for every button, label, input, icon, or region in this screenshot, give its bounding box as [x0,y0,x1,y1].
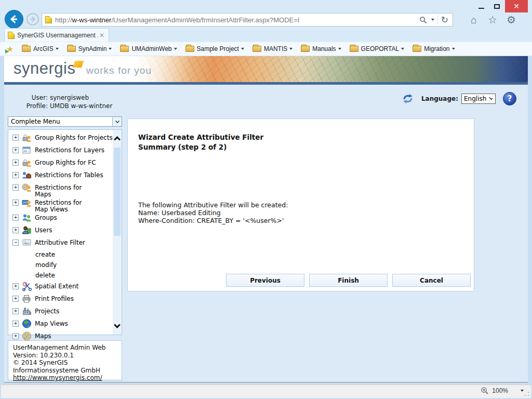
back-button[interactable] [5,10,23,29]
menu-scrollbar[interactable] [113,130,122,335]
print-profiles-icon [22,294,32,304]
sidebar-menu: +Group Rights for Projects+Restrictions … [8,129,122,335]
favorite-folder-arcgis[interactable]: ArcGIS [22,45,59,52]
wizard-summary: The following Attributive Filter will be… [138,201,288,224]
scroll-up-icon[interactable] [114,136,121,143]
favorite-folder-umadminweb[interactable]: UMAdminWeb [120,45,177,52]
menu-item-label: Maps [35,331,51,340]
status-bar: 100% [1,384,531,398]
tab-close-icon[interactable]: ✕ [98,32,105,39]
menu-item-label: Group Rights for Projects [35,132,113,141]
menu-item-label: Spatial Extent [35,281,78,290]
expand-icon[interactable]: + [12,215,19,221]
folder-icon [350,46,358,52]
language-select[interactable]: English [461,94,496,104]
favorite-folder-geoportal[interactable]: GEOPORTAL [350,45,405,52]
user-info: User:synergisweb Profile:UMDB w-ws-wintn… [16,94,112,110]
menu-item-restrictions-for-maps[interactable]: +Restrictions for Maps [11,182,113,197]
close-button[interactable]: ✕ [505,0,528,12]
resize-grip[interactable] [524,391,530,397]
favorite-folder-manuals[interactable]: Manuals [301,45,341,52]
wizard-summary-line: Where-Condition: CREATE_BY = '<%user%>' [138,217,288,224]
collapse-icon[interactable]: − [12,240,19,246]
projects-icon [22,306,32,316]
browser-window: ✕ http://w-ws-wintner/UserManagementAdmi… [0,0,532,399]
zoom-control[interactable]: 100% [481,387,524,395]
browser-tab[interactable]: SynerGIS Usermanagement ... ✕ [4,28,109,42]
menu-mode-select[interactable]: Complete Menu [8,116,122,127]
settings-button[interactable]: ⚙ [504,14,518,26]
expand-icon[interactable]: + [12,227,19,233]
forward-button[interactable] [26,13,39,25]
synergis-logo: synergis [14,59,75,78]
refresh-button[interactable]: ↻ [439,15,450,25]
expand-icon[interactable]: + [12,321,19,327]
tab-page-icon [8,32,15,39]
previous-button[interactable]: Previous [226,274,304,287]
favorite-folder-mantis[interactable]: MANTIS [252,45,292,52]
wizard-buttons: PreviousFinishCancel [226,274,471,287]
favorite-folder-sample-project[interactable]: Sample Project [185,45,244,52]
search-dropdown-caret-icon[interactable] [431,19,434,21]
add-favorite-star-icon[interactable]: ★ [6,44,17,54]
address-bar[interactable]: http://w-ws-wintner/UserManagementAdminW… [42,13,453,26]
menu-item-groups[interactable]: +Groups [11,212,113,225]
expand-icon[interactable]: + [12,283,19,289]
expand-icon[interactable]: + [12,159,19,166]
attributive-filter-icon [22,237,32,248]
folder-icon [413,46,421,52]
divider [437,15,438,24]
menu-item-map-views[interactable]: +Map Views [11,318,113,331]
menu-item-print-profiles[interactable]: +Print Profiles [11,294,113,306]
menu-tree: +Group Rights for Projects+Restrictions … [8,130,113,343]
expand-icon[interactable]: + [12,200,19,206]
map-views-icon [22,318,32,329]
scroll-down-icon[interactable] [114,322,121,328]
expand-icon[interactable]: + [12,333,19,339]
menu-item-group-rights-for-fc[interactable]: +Group Rights for FC [11,157,113,170]
expand-icon[interactable]: + [12,308,19,314]
select-arrow-button[interactable] [112,117,122,126]
menu-subitem-modify[interactable]: modify [11,260,113,271]
restrictions-tables-icon [22,170,32,180]
menu-item-users[interactable]: +Users [11,225,113,237]
menu-item-restrictions-for-map-views[interactable]: +Restrictions for Map Views [11,197,113,212]
favorite-folder-synadmin[interactable]: SynAdmin [67,45,112,52]
menu-item-label: Restrictions for Tables [35,170,103,179]
expand-icon[interactable]: + [12,184,19,191]
expand-icon[interactable]: + [12,172,19,178]
menu-subitem-create[interactable]: create [11,250,113,260]
favorites-button[interactable]: ☆ [485,14,500,26]
maximize-button[interactable] [489,0,504,12]
favorite-label: Sample Project [197,45,239,52]
finish-button[interactable]: Finish [309,274,388,287]
expand-icon[interactable]: + [12,296,19,302]
favorites-bar: ★ ArcGISSynAdminUMAdminWebSample Project… [0,42,532,56]
url-text[interactable]: http://w-ws-wintner/UserManagementAdminW… [55,16,417,24]
menu-subitem-delete[interactable]: delete [11,271,113,281]
menu-item-restrictions-for-tables[interactable]: +Restrictions for Tables [11,170,113,182]
expand-icon[interactable]: + [12,135,19,141]
forward-icon [29,16,36,23]
favorite-folder-migration[interactable]: Migration [413,45,455,52]
folder-icon [22,46,31,52]
synergis-link[interactable]: http://www.mysynergis.com/ [13,374,102,381]
search-button[interactable] [417,16,429,24]
chevron-down-icon [401,48,404,50]
users-icon [22,225,32,235]
help-button[interactable]: ? [503,92,516,105]
menu-item-projects[interactable]: +Projects [11,306,113,318]
minimize-button[interactable] [473,0,489,12]
home-button[interactable]: ⌂ [467,14,481,26]
reload-profile-icon[interactable] [402,92,414,105]
cancel-button[interactable]: Cancel [392,274,471,287]
menu-item-group-rights-for-projects[interactable]: +Group Rights for Projects [11,132,113,145]
scrollbar-thumb[interactable] [114,148,121,236]
menu-item-spatial-extent[interactable]: +Spatial Extent [11,281,113,294]
menu-item-restrictions-for-layers[interactable]: +Restrictions for Layers [11,145,113,157]
page-icon [45,16,52,23]
chevron-down-icon [109,48,112,50]
menu-item-attributive-filter[interactable]: −Attributive Filter [11,237,113,250]
menu-item-label: Print Profiles [35,294,74,302]
expand-icon[interactable]: + [12,147,19,153]
